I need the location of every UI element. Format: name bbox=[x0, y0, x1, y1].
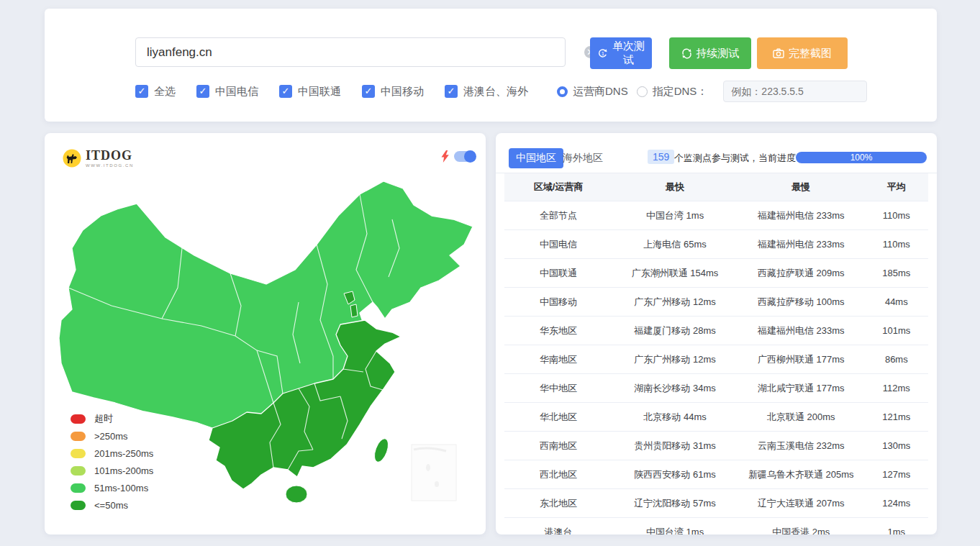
tab-overseas-region[interactable]: 海外地区 bbox=[560, 152, 606, 165]
dns-radio-1[interactable]: 指定DNS： bbox=[637, 85, 708, 99]
legend-swatch bbox=[71, 414, 86, 424]
checkbox-label: 中国电信 bbox=[215, 85, 258, 99]
table-row: 中国移动广东广州移动 12ms西藏拉萨移动 100ms44ms bbox=[504, 288, 928, 317]
legend-item-3[interactable]: 101ms-200ms bbox=[71, 462, 153, 479]
table-cell: 福建福州电信 233ms bbox=[738, 317, 865, 345]
checkbox-item-1[interactable]: ✓中国电信 bbox=[196, 85, 258, 99]
table-row: 华北地区北京移动 44ms北京联通 200ms121ms bbox=[504, 403, 928, 432]
speed-mode-toggle[interactable] bbox=[454, 151, 476, 162]
table-cell: 121ms bbox=[865, 403, 928, 432]
checkbox-item-3[interactable]: ✓中国移动 bbox=[362, 85, 424, 99]
dns-radio-0[interactable]: 运营商DNS bbox=[557, 85, 628, 99]
map-taiwan[interactable] bbox=[372, 437, 391, 463]
table-row: 中国电信上海电信 65ms福建福州电信 233ms110ms bbox=[504, 230, 928, 259]
table-cell: 中国移动 bbox=[504, 288, 612, 317]
checkbox-item-4[interactable]: ✓港澳台、海外 bbox=[445, 85, 528, 99]
legend-item-1[interactable]: >250ms bbox=[71, 427, 153, 445]
refresh-once-icon: 1 bbox=[597, 48, 608, 59]
camera-icon bbox=[773, 47, 784, 59]
table-cell: 中国台湾 1ms bbox=[612, 518, 738, 535]
legend-item-0[interactable]: 超时 bbox=[71, 410, 153, 427]
table-row: 东北地区辽宁沈阳移动 57ms辽宁大连联通 207ms124ms bbox=[504, 489, 928, 518]
checkbox-item-2[interactable]: ✓中国联通 bbox=[279, 85, 341, 99]
table-cell: 中国电信 bbox=[504, 230, 612, 259]
checkbox-checked-icon: ✓ bbox=[362, 85, 375, 98]
single-test-button[interactable]: 1 单次测试 bbox=[590, 37, 652, 69]
table-cell: 130ms bbox=[865, 432, 928, 460]
table-cell: 中国台湾 1ms bbox=[612, 201, 738, 230]
url-input[interactable] bbox=[135, 37, 566, 67]
table-cell: 185ms bbox=[865, 259, 928, 288]
tab-china-region[interactable]: 中国地区 bbox=[509, 148, 563, 168]
legend-swatch bbox=[71, 449, 86, 458]
checkbox-checked-icon: ✓ bbox=[279, 85, 292, 98]
results-card: 中国地区 海外地区 159 个监测点参与测试，当前进度： 100% 区域/运营商… bbox=[496, 133, 937, 534]
itdog-logo: ITDOG WWW.ITDOG.CN bbox=[62, 148, 134, 168]
table-cell: 广东潮州联通 154ms bbox=[612, 259, 738, 288]
full-screenshot-button[interactable]: 完整截图 bbox=[757, 37, 848, 69]
checkbox-checked-icon: ✓ bbox=[135, 85, 148, 98]
table-cell: 101ms bbox=[865, 317, 928, 345]
table-cell: 110ms bbox=[865, 230, 928, 259]
table-row: 中国联通广东潮州联通 154ms西藏拉萨联通 209ms185ms bbox=[504, 259, 928, 288]
table-cell: 44ms bbox=[865, 288, 928, 317]
table-row: 华中地区湖南长沙移动 34ms湖北咸宁联通 177ms112ms bbox=[504, 374, 928, 403]
table-cell: 西藏拉萨联通 209ms bbox=[738, 259, 865, 288]
progress-bar: 100% bbox=[796, 152, 927, 163]
table-cell: 福建福州电信 233ms bbox=[738, 230, 865, 259]
table-cell: 广西柳州联通 177ms bbox=[738, 345, 865, 374]
table-cell: 中国香港 2ms bbox=[738, 518, 865, 535]
radio-icon bbox=[637, 86, 648, 97]
checkbox-item-0[interactable]: ✓全选 bbox=[135, 85, 176, 99]
legend-label: 201ms-250ms bbox=[94, 448, 153, 459]
column-header: 区域/运营商 bbox=[504, 173, 612, 201]
table-cell: 全部节点 bbox=[504, 201, 612, 230]
map-card: ITDOG WWW.ITDOG.CN bbox=[45, 133, 486, 534]
table-cell: 127ms bbox=[865, 460, 928, 489]
table-cell: 云南玉溪电信 232ms bbox=[738, 432, 865, 460]
table-cell: 110ms bbox=[865, 201, 928, 230]
legend-swatch bbox=[71, 501, 86, 510]
logo-title: ITDOG bbox=[86, 149, 134, 162]
legend-item-4[interactable]: 51ms-100ms bbox=[71, 479, 153, 496]
checkbox-checked-icon: ✓ bbox=[196, 85, 209, 98]
table-cell: 北京移动 44ms bbox=[612, 403, 738, 432]
table-cell: 华北地区 bbox=[504, 403, 612, 432]
legend-label: 51ms-100ms bbox=[94, 483, 148, 493]
table-row: 西南地区贵州贵阳移动 31ms云南玉溪电信 232ms130ms bbox=[504, 432, 928, 460]
legend-label: <=50ms bbox=[94, 500, 128, 511]
checkbox-label: 全选 bbox=[154, 85, 176, 99]
south-china-sea-inset bbox=[412, 445, 456, 501]
table-cell: 湖北咸宁联通 177ms bbox=[738, 374, 865, 403]
continuous-test-label: 持续测试 bbox=[697, 47, 740, 60]
table-cell: 华东地区 bbox=[504, 317, 612, 345]
latency-legend: 超时>250ms201ms-250ms101ms-200ms51ms-100ms… bbox=[71, 410, 153, 514]
isp-checkbox-group: ✓全选✓中国电信✓中国联通✓中国移动✓港澳台、海外 bbox=[135, 83, 528, 99]
legend-item-5[interactable]: <=50ms bbox=[71, 496, 153, 514]
dns-input[interactable] bbox=[723, 81, 867, 102]
logo-subtitle: WWW.ITDOG.CN bbox=[86, 163, 134, 168]
table-cell: 广东广州移动 12ms bbox=[612, 288, 738, 317]
legend-label: 超时 bbox=[94, 412, 113, 425]
table-cell: 贵州贵阳移动 31ms bbox=[612, 432, 738, 460]
table-row: 港澳台中国台湾 1ms中国香港 2ms1ms bbox=[504, 518, 928, 535]
results-table: 区域/运营商最快最慢平均 全部节点中国台湾 1ms福建福州电信 233ms110… bbox=[504, 173, 928, 534]
toggle-knob bbox=[464, 150, 476, 163]
table-cell: 福建福州电信 233ms bbox=[738, 201, 865, 230]
table-cell: 广东广州移动 12ms bbox=[612, 345, 738, 374]
legend-item-2[interactable]: 201ms-250ms bbox=[71, 445, 153, 462]
table-cell: 上海电信 65ms bbox=[612, 230, 738, 259]
column-header: 平均 bbox=[865, 173, 928, 201]
table-cell: 陕西西安移动 61ms bbox=[612, 460, 738, 489]
map-hainan[interactable] bbox=[286, 486, 307, 503]
continuous-test-button[interactable]: 持续测试 bbox=[669, 37, 751, 69]
checkbox-label: 中国联通 bbox=[298, 85, 341, 99]
dog-icon bbox=[62, 148, 82, 168]
svg-text:1: 1 bbox=[602, 50, 604, 57]
table-cell: 东北地区 bbox=[504, 489, 612, 518]
table-cell: 辽宁沈阳移动 57ms bbox=[612, 489, 738, 518]
legend-swatch bbox=[71, 432, 86, 441]
table-cell: 港澳台 bbox=[504, 518, 612, 535]
table-cell: 西藏拉萨移动 100ms bbox=[738, 288, 865, 317]
results-header: 中国地区 海外地区 159 个监测点参与测试，当前进度： 100% bbox=[496, 133, 937, 173]
